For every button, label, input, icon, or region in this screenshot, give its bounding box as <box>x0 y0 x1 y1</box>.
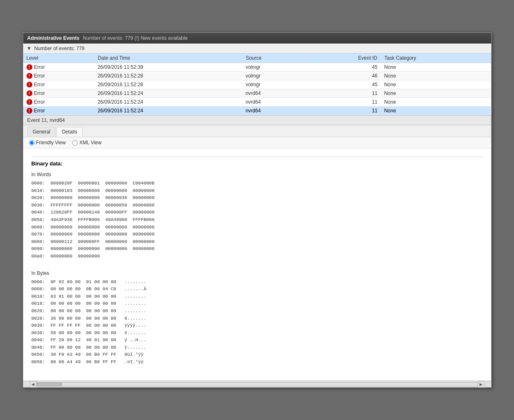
level-cell: ! Error <box>23 89 95 98</box>
level-text: Error <box>34 108 45 114</box>
level-text: Error <box>34 82 45 87</box>
xml-view-option[interactable]: XML View <box>72 140 101 146</box>
toolbar: ▼ Number of events: 779 <box>23 44 491 53</box>
source-cell: nvrd64 <box>242 107 307 115</box>
event-table-container: Level Date and Time Source Event ID Task… <box>23 53 491 115</box>
scrollbar-thumb[interactable] <box>37 383 62 386</box>
level-cell: ! Error <box>23 72 95 80</box>
table-row[interactable]: ! Error 26/09/2016 11:52:28 volmgr 46 No… <box>23 72 491 80</box>
error-icon: ! <box>27 64 32 70</box>
col-header-taskcategory: Task Category <box>381 53 491 63</box>
level-text: Error <box>34 73 45 79</box>
eventid-cell: 11 <box>307 107 381 115</box>
friendly-view-radio[interactable] <box>29 140 34 146</box>
table-row[interactable]: ! Error 26/09/2016 11:52:28 volmgr 45 No… <box>23 80 491 89</box>
taskcategory-cell: None <box>381 72 491 80</box>
level-cell: ! Error <box>23 98 95 107</box>
source-cell: volmgr <box>242 63 307 72</box>
tab-details[interactable]: Details <box>56 127 83 137</box>
eventid-cell: 11 <box>307 98 381 107</box>
tabs-bar: General Details <box>23 125 491 137</box>
scroll-right-button[interactable]: ▶ <box>478 381 485 388</box>
filter-icon[interactable]: ▼ <box>27 45 32 51</box>
datetime-cell: 26/09/2016 11:52:24 <box>94 98 242 107</box>
friendly-view-option[interactable]: Friendly View <box>29 140 66 146</box>
taskcategory-cell: None <box>381 63 491 72</box>
scrollbar-track[interactable] <box>37 382 478 386</box>
friendly-view-label: Friendly View <box>36 140 66 146</box>
level-cell: ! Error <box>23 80 95 89</box>
main-window: Administrative Events Number of events: … <box>23 32 492 388</box>
binary-bytes: 0000: 0F 02 80 00 01 00 00 00 ........ 0… <box>32 279 483 366</box>
error-icon: ! <box>27 108 32 114</box>
tab-general[interactable]: General <box>27 127 56 137</box>
error-icon: ! <box>27 90 32 96</box>
level-text: Error <box>34 64 45 70</box>
source-cell: volmgr <box>242 80 307 89</box>
level-text: Error <box>34 99 45 105</box>
eventid-cell: 11 <box>307 89 381 98</box>
event-count-label: Number of events: 779 <box>34 46 84 51</box>
event-table: Level Date and Time Source Event ID Task… <box>23 53 491 115</box>
view-options: Friendly View XML View <box>23 137 491 148</box>
datetime-cell: 26/09/2016 11:52:28 <box>94 80 242 89</box>
level-cell: ! Error <box>23 107 95 115</box>
eventid-cell: 45 <box>307 80 381 89</box>
table-header-row: Level Date and Time Source Event ID Task… <box>23 53 491 63</box>
title-bar: Administrative Events Number of events: … <box>23 33 491 44</box>
taskcategory-cell: None <box>381 107 491 115</box>
col-header-datetime: Date and Time <box>94 53 242 63</box>
source-cell: volmgr <box>242 72 307 80</box>
col-header-eventid: Event ID <box>307 53 381 63</box>
level-text: Error <box>34 90 45 96</box>
binary-title: Binary data: <box>32 160 483 167</box>
table-row[interactable]: ! Error 26/09/2016 11:52:24 nvrd64 11 No… <box>23 98 491 107</box>
datetime-cell: 26/09/2016 11:52:24 <box>94 107 242 115</box>
in-bytes-label: In Bytes <box>32 270 483 276</box>
col-header-source: Source <box>242 53 307 63</box>
source-cell: nvrd64 <box>242 98 307 107</box>
detail-header: Event 11, nvrd64 <box>23 115 491 125</box>
datetime-cell: 26/09/2016 11:52:24 <box>94 89 242 98</box>
in-words-label: In Words <box>32 172 483 177</box>
table-row[interactable]: ! Error 26/09/2016 11:52:24 nvrd64 11 No… <box>23 107 491 115</box>
error-icon: ! <box>27 99 32 105</box>
detail-content: Binary data: In Words 0000: 0080020F 000… <box>23 148 491 381</box>
window-subtitle: Number of events: 779 (!) New events ava… <box>83 35 188 41</box>
error-icon: ! <box>27 73 32 79</box>
eventid-cell: 45 <box>307 63 381 72</box>
table-row[interactable]: ! Error 26/09/2016 11:52:24 nvrd64 11 No… <box>23 89 491 98</box>
detail-header-text: Event 11, nvrd64 <box>27 117 65 123</box>
scroll-left-button[interactable]: ◀ <box>30 381 37 388</box>
scrollbar-area: ◀ ▶ <box>23 381 491 387</box>
binary-words: 0000: 0080020F 00000001 00000000 C004000… <box>32 180 483 260</box>
divider <box>32 157 483 157</box>
taskcategory-cell: None <box>381 89 491 98</box>
window-title: Administrative Events <box>27 35 80 41</box>
taskcategory-cell: None <box>381 98 491 107</box>
datetime-cell: 26/09/2016 11:52:28 <box>94 72 242 80</box>
col-header-level: Level <box>23 53 95 63</box>
source-cell: nvrd64 <box>242 89 307 98</box>
datetime-cell: 26/09/2016 11:52:39 <box>94 63 242 72</box>
xml-view-label: XML View <box>79 140 101 146</box>
table-row[interactable]: ! Error 26/09/2016 11:52:39 volmgr 45 No… <box>23 63 491 72</box>
eventid-cell: 46 <box>307 72 381 80</box>
error-icon: ! <box>27 82 32 87</box>
taskcategory-cell: None <box>381 80 491 89</box>
xml-view-radio[interactable] <box>72 140 78 146</box>
level-cell: ! Error <box>23 63 95 72</box>
